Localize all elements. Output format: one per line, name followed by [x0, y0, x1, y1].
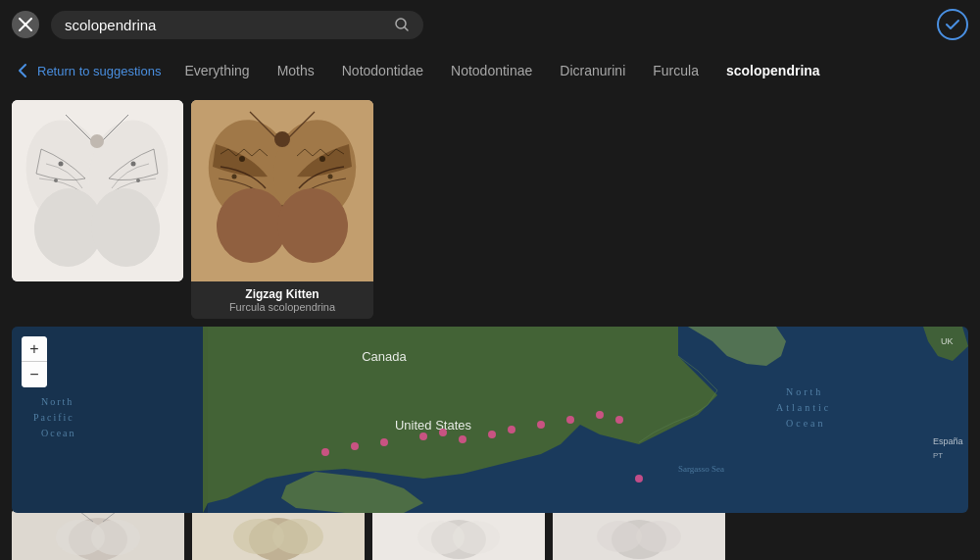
- confirm-button[interactable]: [937, 9, 968, 40]
- svg-point-61: [91, 520, 140, 555]
- svg-text:UK: UK: [941, 336, 954, 346]
- svg-text:Pacific: Pacific: [33, 412, 74, 423]
- svg-point-54: [566, 416, 574, 424]
- svg-point-27: [239, 156, 245, 162]
- svg-point-48: [419, 433, 427, 440]
- svg-point-13: [59, 162, 64, 167]
- svg-text:España: España: [933, 436, 963, 446]
- svg-text:North: North: [786, 386, 823, 397]
- svg-point-75: [636, 521, 681, 552]
- svg-point-45: [321, 448, 329, 456]
- svg-point-53: [537, 421, 545, 429]
- bottom-thumb-2[interactable]: [192, 510, 365, 560]
- svg-point-50: [459, 435, 466, 443]
- common-name: Zigzag Kitten: [199, 287, 366, 301]
- tab-everything[interactable]: Everything: [184, 61, 249, 80]
- moth-card-1[interactable]: [12, 100, 183, 281]
- svg-point-28: [319, 156, 325, 162]
- close-button[interactable]: [12, 11, 39, 38]
- tab-moths[interactable]: Moths: [277, 61, 315, 80]
- svg-text:PT: PT: [933, 451, 943, 460]
- moth-card-2[interactable]: Zigzag Kitten Furcula scolopendrina: [191, 100, 373, 319]
- svg-point-55: [596, 411, 604, 419]
- map-controls: + −: [22, 336, 47, 387]
- svg-point-49: [439, 429, 447, 436]
- search-icon[interactable]: [394, 17, 410, 32]
- search-input[interactable]: [65, 17, 386, 33]
- svg-point-57: [635, 475, 643, 483]
- svg-point-47: [380, 438, 388, 446]
- svg-text:United States: United States: [395, 418, 472, 433]
- svg-point-12: [90, 134, 104, 148]
- svg-point-29: [232, 175, 237, 179]
- tab-notodontinae[interactable]: Notodontinae: [451, 61, 532, 80]
- back-link-label: Return to suggestions: [37, 64, 161, 78]
- svg-text:Sargasso Sea: Sargasso Sea: [678, 464, 724, 474]
- card-label: Zigzag Kitten Furcula scolopendrina: [191, 281, 373, 319]
- svg-point-46: [351, 442, 359, 450]
- map-zoom-in[interactable]: +: [22, 336, 47, 362]
- map-section: North Atlantic Ocean North Pacific Ocean…: [0, 319, 980, 510]
- svg-point-56: [615, 416, 623, 424]
- svg-point-30: [328, 175, 333, 179]
- back-link[interactable]: Return to suggestions: [16, 63, 161, 78]
- tab-dicranurini[interactable]: Dicranurini: [560, 61, 625, 80]
- bottom-thumb-4[interactable]: [553, 510, 725, 560]
- svg-text:Ocean: Ocean: [41, 428, 76, 438]
- svg-point-67: [272, 519, 323, 554]
- tab-notodontidae[interactable]: Notodontidae: [342, 61, 423, 80]
- top-images-row: Zigzag Kitten Furcula scolopendrina: [0, 92, 980, 319]
- map-zoom-out[interactable]: −: [22, 362, 47, 387]
- svg-point-51: [488, 431, 496, 438]
- bottom-images-row: [0, 510, 980, 560]
- svg-point-16: [136, 178, 140, 182]
- svg-point-14: [131, 162, 136, 167]
- svg-text:Canada: Canada: [362, 349, 407, 364]
- search-bar: [51, 11, 423, 39]
- nav-bar: Return to suggestions Everything Moths N…: [0, 49, 980, 92]
- svg-point-74: [597, 521, 642, 552]
- tab-furcula[interactable]: Furcula: [653, 61, 699, 80]
- bottom-thumb-1[interactable]: [12, 510, 184, 560]
- tab-scolopendrina[interactable]: scolopendrina: [726, 61, 820, 80]
- svg-point-52: [508, 426, 515, 433]
- svg-point-15: [54, 178, 58, 182]
- header: [0, 0, 980, 49]
- svg-point-71: [453, 521, 500, 554]
- svg-text:Atlantic: Atlantic: [776, 402, 831, 413]
- svg-text:Ocean: Ocean: [786, 418, 826, 429]
- svg-text:North: North: [41, 396, 74, 407]
- bottom-thumb-3[interactable]: [372, 510, 545, 560]
- svg-line-3: [405, 27, 409, 31]
- sci-name: Furcula scolopendrina: [199, 301, 366, 313]
- svg-point-26: [274, 131, 290, 147]
- map-container[interactable]: North Atlantic Ocean North Pacific Ocean…: [12, 327, 968, 513]
- nav-tabs: Everything Moths Notodontidae Notodontin…: [184, 61, 819, 80]
